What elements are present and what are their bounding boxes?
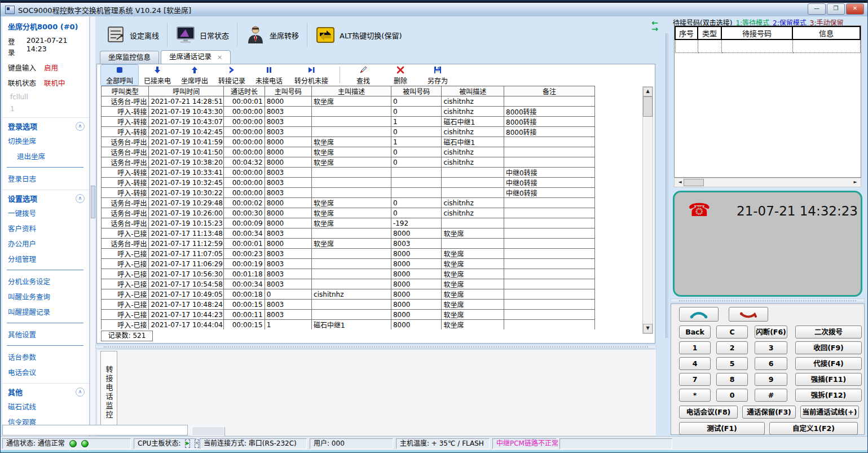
dialpad-key-强插(F11)[interactable]: 强插(F11) <box>795 373 862 386</box>
table-row[interactable]: 呼入-转接2021-07-19 10:43:0700:00:0080031磁石中… <box>102 117 595 127</box>
filter-button-转接记录[interactable]: 转接记录 <box>213 65 250 85</box>
collapse-chevron-icon[interactable]: ∧ <box>76 388 85 397</box>
dialpad-key-#[interactable]: # <box>755 389 787 402</box>
function-button-自定义1(F2)[interactable]: 自定义1(F2) <box>769 422 858 435</box>
table-row[interactable]: 呼入-转接2021-07-19 10:43:3000:00:0080030cis… <box>102 107 595 117</box>
table-row[interactable]: 呼入-已接2021-07-17 11:13:4800:00:3480038000… <box>102 228 595 239</box>
scroll-up-icon[interactable]: ▲ <box>643 87 653 96</box>
table-row[interactable]: 话务台-呼出2021-07-19 10:15:2300:00:098000软坐席… <box>102 218 595 228</box>
horizontal-splitter[interactable] <box>95 345 656 349</box>
table-row[interactable]: 呼入-转接2021-07-19 10:42:4500:00:0080030cis… <box>102 127 595 137</box>
function-button-测试(F1)[interactable]: 测试(F1) <box>679 422 765 435</box>
table-row[interactable]: 呼入-已接2021-07-17 10:44:0400:00:151磁石中继180… <box>102 320 595 330</box>
call-table[interactable]: 呼叫类型呼叫时间通话时长主叫号码主叫描述被叫号码被叫描述备注话务台-呼出2021… <box>101 86 596 329</box>
table-row[interactable]: 呼入-已接2021-07-17 11:07:0500:00:2380038000… <box>102 249 595 259</box>
call-record-table[interactable]: 呼叫类型呼叫时间通话时长主叫号码主叫描述被叫号码被叫描述备注话务台-呼出2021… <box>101 86 595 329</box>
sidebar-item-话台参数[interactable]: 话台参数 <box>2 349 89 364</box>
column-header-呼叫类型[interactable]: 呼叫类型 <box>102 86 149 96</box>
sidebar-item-切换坐席[interactable]: 切换坐席 <box>2 133 89 148</box>
transfer-monitor-vertical-tab[interactable]: 转接电话监控 <box>100 351 117 434</box>
table-row[interactable]: 话务台-呼出2021-07-19 10:41:5000:00:008000软坐席… <box>102 147 595 157</box>
sidebar-item-退出坐席[interactable]: 退出坐席 <box>2 148 89 164</box>
scroll-down-icon[interactable]: ▼ <box>643 324 653 333</box>
dialpad-key-1[interactable]: 1 <box>679 341 711 354</box>
table-row[interactable]: 话务台-呼出2021-07-19 10:29:4800:00:028000软坐席… <box>102 198 595 208</box>
column-header-呼叫时间[interactable]: 呼叫时间 <box>149 86 224 96</box>
right-splitter[interactable] <box>671 298 865 302</box>
scroll-right-icon[interactable]: ► <box>851 178 860 187</box>
table-row[interactable]: 呼入-已接2021-07-17 10:44:2300:00:1180038000… <box>102 310 595 320</box>
dialpad-key-7[interactable]: 7 <box>679 373 711 386</box>
table-row[interactable]: 呼入-转接2021-07-19 10:30:2200:00:008003中继0转… <box>102 188 595 198</box>
sidebar-item-叫醒业务查询[interactable]: 叫醒业务查询 <box>2 289 89 304</box>
scroll-left-icon[interactable]: ◄ <box>676 178 684 187</box>
table-row[interactable]: 呼入-转接2021-07-19 10:32:4500:00:008003中继0转… <box>102 178 595 188</box>
toolbar-button-设定离线[interactable]: 设定离线 <box>100 23 165 47</box>
dialpad-key-闪断(F6)[interactable]: 闪断(F6) <box>755 326 787 338</box>
maximize-button[interactable]: ❐ <box>827 3 845 15</box>
close-button[interactable]: ✕ <box>846 3 864 15</box>
table-row[interactable]: 呼入-已接2021-07-17 11:06:2900:00:1980038000… <box>102 259 595 269</box>
vertical-splitter[interactable] <box>666 33 668 338</box>
sidebar-item-其他设置[interactable]: 其他设置 <box>2 327 89 342</box>
dialpad-key-Back[interactable]: Back <box>679 326 711 338</box>
column-header-主叫描述[interactable]: 主叫描述 <box>312 86 391 96</box>
table-row[interactable]: 话务台-呼出2021-07-21 14:28:5100:00:018000软坐席… <box>102 96 595 107</box>
sidebar-item-登录日志[interactable]: 登录日志 <box>2 171 89 186</box>
function-button-当前通话试线(+)[interactable]: 当前通话试线(+) <box>800 406 859 419</box>
scrollbar-thumb[interactable] <box>643 96 653 117</box>
dialpad-key-6[interactable]: 6 <box>755 357 787 370</box>
pending-table[interactable]: 序号类型待接号码信息 <box>675 26 861 53</box>
sidebar-scrollbar[interactable] <box>90 16 95 436</box>
filter-button-全部呼叫[interactable]: 全部呼叫 <box>100 64 139 86</box>
toolbar-button-坐席转移[interactable]: 坐席转移 <box>240 23 305 47</box>
sidebar-section-header[interactable]: 登录选项∧ <box>2 117 89 133</box>
function-button-电话会议(F8)[interactable]: 电话会议(F8) <box>679 406 738 419</box>
bottom-input-strip[interactable] <box>2 425 188 436</box>
pending-table-hscrollbar[interactable]: ◄ ► <box>674 178 861 187</box>
dialpad-key-9[interactable]: 9 <box>755 373 787 386</box>
table-row[interactable]: 呼入-已接2021-07-17 10:54:5800:00:3480038000… <box>102 279 595 289</box>
table-row[interactable]: 呼入-转接2021-07-19 10:33:4100:00:008003中继0转… <box>102 168 595 178</box>
column-header-被叫描述[interactable]: 被叫描述 <box>442 86 504 96</box>
sidebar-item-分组管理[interactable]: 分组管理 <box>2 251 89 266</box>
sidebar-item-办公用户[interactable]: 办公用户 <box>2 236 89 251</box>
tab-close-icon[interactable]: × <box>217 54 222 61</box>
sidebar-item-一键拨号[interactable]: 一键拨号 <box>2 205 89 221</box>
dialpad-key-4[interactable]: 4 <box>679 357 711 370</box>
table-row[interactable]: 话务台-呼出2021-07-19 10:38:2000:04:328000软坐席… <box>102 157 595 168</box>
filter-button-删除[interactable]: 删除 <box>382 65 419 85</box>
hscrollbar-thumb[interactable] <box>684 179 704 186</box>
filter-button-查找[interactable]: 查找 <box>345 65 382 85</box>
panel-collapse-arrows-icon[interactable]: ←→ <box>649 20 661 32</box>
filter-button-已接来电[interactable]: 已接来电 <box>139 65 176 85</box>
table-row[interactable]: 呼入-已接2021-07-17 10:56:3000:01:1880038000… <box>102 269 595 279</box>
sidebar-item-磁石试线[interactable]: 磁石试线 <box>2 399 89 414</box>
dialpad-key-0[interactable]: 0 <box>716 389 748 402</box>
column-header-通话时长[interactable]: 通话时长 <box>224 86 265 96</box>
filter-button-转分机未接[interactable]: 转分机未接 <box>288 65 335 85</box>
dialpad-key-二次拨号[interactable]: 二次拨号 <box>795 326 862 338</box>
sidebar-item-客户资料[interactable]: 客户资料 <box>2 221 89 236</box>
pending-numbers-table[interactable]: 序号类型待接号码信息 <box>674 25 861 178</box>
dialpad-key-代接(F4)[interactable]: 代接(F4) <box>795 357 862 370</box>
table-row[interactable]: 话务台-呼出2021-07-19 10:41:5900:00:008000软坐席… <box>102 137 595 147</box>
dialpad-key-*[interactable]: * <box>679 389 711 402</box>
table-row[interactable]: 话务台-呼出2021-07-17 11:12:5900:00:018000软坐席… <box>102 239 595 249</box>
column-header-备注[interactable]: 备注 <box>504 86 595 96</box>
sidebar-section-header[interactable]: 设置选项∧ <box>2 190 89 205</box>
dialpad-key-强拆(F12)[interactable]: 强拆(F12) <box>795 389 862 402</box>
sidebar-item-分机业务设定[interactable]: 分机业务设定 <box>2 274 89 289</box>
collapse-chevron-icon[interactable]: ∧ <box>76 122 85 131</box>
table-row[interactable]: 呼入-已接2021-07-17 10:48:2400:00:1580038000… <box>102 300 595 310</box>
pending-empty-row[interactable] <box>675 39 860 53</box>
tab-坐席通话记录[interactable]: 坐席通话记录× <box>161 50 231 64</box>
toolbar-button-ALT热键切换(保留)[interactable]: ALT热键切换(保留) <box>310 23 407 47</box>
dialpad-key-2[interactable]: 2 <box>716 341 748 354</box>
collapse-chevron-icon[interactable]: ∧ <box>76 194 85 203</box>
answer-button[interactable] <box>679 307 719 322</box>
toolbar-button-日常状态[interactable]: 日常状态 <box>170 23 235 47</box>
table-row[interactable]: 呼入-已接2021-07-17 10:49:0500:00:180cishitn… <box>102 289 595 300</box>
dialpad-key-收回(F9)[interactable]: 收回(F9) <box>795 341 862 354</box>
dialpad-key-3[interactable]: 3 <box>755 341 787 354</box>
